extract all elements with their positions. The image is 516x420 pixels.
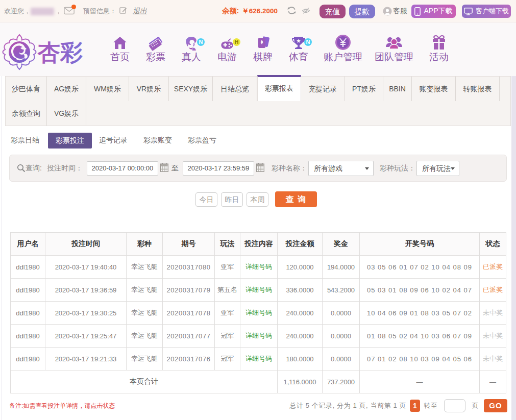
svg-text:杏彩: 杏彩	[37, 40, 83, 65]
